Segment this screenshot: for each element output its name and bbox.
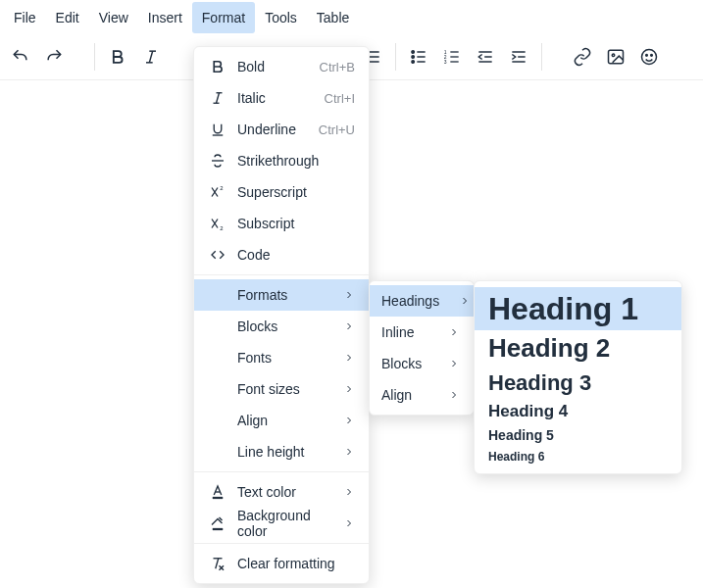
blank-icon <box>206 346 229 369</box>
menu-format[interactable]: Format <box>192 2 255 33</box>
chevron-right-icon <box>343 320 355 332</box>
blank-icon <box>206 315 229 338</box>
svg-text:3: 3 <box>444 59 447 65</box>
menuitem-heading-2[interactable]: Heading 2 <box>475 330 681 367</box>
bullet-list-icon <box>409 47 428 67</box>
menuitem-heading-1[interactable]: Heading 1 <box>475 287 681 330</box>
menuitem-inline[interactable]: Inline <box>370 317 474 348</box>
menuitem-label: Font sizes <box>237 381 324 397</box>
menuitem-blocks[interactable]: Blocks <box>194 311 369 342</box>
separator <box>194 274 369 275</box>
menuitem-italic[interactable]: Italic Ctrl+I <box>194 82 369 114</box>
menuitem-code[interactable]: Code <box>194 239 369 270</box>
menuitem-heading-4[interactable]: Heading 4 <box>475 399 681 424</box>
emoji-icon <box>639 47 659 67</box>
svg-point-28 <box>651 55 653 57</box>
separator <box>194 543 369 544</box>
bold-icon <box>206 55 229 78</box>
menuitem-label: Superscript <box>237 184 355 200</box>
chevron-right-icon <box>343 446 355 458</box>
menuitem-label: Clear formatting <box>237 556 355 571</box>
menuitem-heading-3[interactable]: Heading 3 <box>475 368 681 399</box>
emoji-button[interactable] <box>632 40 666 74</box>
menuitem-label: Line height <box>237 444 324 460</box>
svg-text:2: 2 <box>220 225 224 231</box>
chevron-right-icon <box>459 295 471 307</box>
chevron-right-icon <box>343 486 355 498</box>
menuitem-label: Align <box>237 413 324 428</box>
clear-formatting-icon <box>206 552 229 575</box>
outdent-icon <box>476 47 495 67</box>
menuitem-clear-formatting[interactable]: Clear formatting <box>194 548 369 579</box>
menu-insert[interactable]: Insert <box>138 2 192 33</box>
menu-edit[interactable]: Edit <box>46 2 89 33</box>
menuitem-label: Inline <box>381 324 428 340</box>
menu-tools[interactable]: Tools <box>255 2 307 33</box>
indent-icon <box>509 47 528 67</box>
blank-icon <box>206 283 229 307</box>
image-icon <box>606 47 626 67</box>
menuitem-label: Code <box>237 247 355 263</box>
bullet-list-button[interactable] <box>402 40 435 74</box>
outdent-button[interactable] <box>469 40 502 74</box>
menuitem-superscript[interactable]: 2 Superscript <box>194 176 369 208</box>
numbered-list-button[interactable]: 123 <box>435 40 469 74</box>
chevron-right-icon <box>448 326 460 338</box>
chevron-right-icon <box>343 352 355 364</box>
svg-line-2 <box>149 51 152 63</box>
chevron-right-icon <box>343 415 355 426</box>
image-button[interactable] <box>599 40 632 74</box>
menuitem-label: Fonts <box>237 350 324 366</box>
menuitem-blocks-sub[interactable]: Blocks <box>370 348 474 379</box>
menuitem-line-height[interactable]: Line height <box>194 436 369 467</box>
chevron-right-icon <box>343 517 355 529</box>
menuitem-label: Text color <box>237 484 324 500</box>
menuitem-underline[interactable]: Underline Ctrl+U <box>194 114 369 145</box>
chevron-right-icon <box>343 383 355 395</box>
blank-icon <box>206 377 229 401</box>
menu-file[interactable]: File <box>4 2 46 33</box>
menuitem-font-sizes[interactable]: Font sizes <box>194 373 369 405</box>
link-button[interactable] <box>566 40 599 74</box>
menuitem-strikethrough[interactable]: Strikethrough <box>194 145 369 176</box>
undo-button[interactable] <box>4 40 37 74</box>
background-color-icon <box>206 512 229 535</box>
redo-icon <box>44 47 64 67</box>
menuitem-label: Blocks <box>237 318 324 334</box>
menuitem-heading-6[interactable]: Heading 6 <box>475 447 681 466</box>
redo-button[interactable] <box>37 40 71 74</box>
menu-table[interactable]: Table <box>307 2 359 33</box>
menuitem-label: Blocks <box>381 356 428 371</box>
svg-point-26 <box>642 50 657 65</box>
menuitem-label: Formats <box>237 287 324 303</box>
undo-icon <box>11 47 30 67</box>
svg-point-25 <box>612 54 615 57</box>
menuitem-label: Underline <box>237 122 299 137</box>
menuitem-label: Align <box>381 387 428 403</box>
chevron-right-icon <box>448 358 460 369</box>
indent-button[interactable] <box>502 40 535 74</box>
bold-icon <box>108 47 127 67</box>
menuitem-headings[interactable]: Headings <box>370 285 474 317</box>
menu-view[interactable]: View <box>89 2 138 33</box>
menuitem-shortcut: Ctrl+I <box>325 91 355 106</box>
italic-icon <box>141 47 161 67</box>
svg-line-40 <box>216 559 219 569</box>
numbered-list-icon: 123 <box>442 47 462 67</box>
menuitem-subscript[interactable]: 2 Subscript <box>194 208 369 239</box>
menuitem-text-color[interactable]: Text color <box>194 476 369 508</box>
blank-icon <box>206 440 229 464</box>
menuitem-heading-5[interactable]: Heading 5 <box>475 424 681 447</box>
menuitem-formats[interactable]: Formats <box>194 279 369 311</box>
menuitem-fonts[interactable]: Fonts <box>194 342 369 373</box>
text-color-icon <box>206 480 229 504</box>
menuitem-shortcut: Ctrl+B <box>320 60 355 74</box>
superscript-icon: 2 <box>206 180 229 204</box>
chevron-right-icon <box>448 389 460 401</box>
menuitem-align-sub[interactable]: Align <box>370 379 474 411</box>
menuitem-background-color[interactable]: Background color <box>194 508 369 539</box>
italic-button[interactable] <box>134 40 168 74</box>
bold-button[interactable] <box>101 40 134 74</box>
menuitem-bold[interactable]: Bold Ctrl+B <box>194 51 369 82</box>
menuitem-align[interactable]: Align <box>194 405 369 436</box>
